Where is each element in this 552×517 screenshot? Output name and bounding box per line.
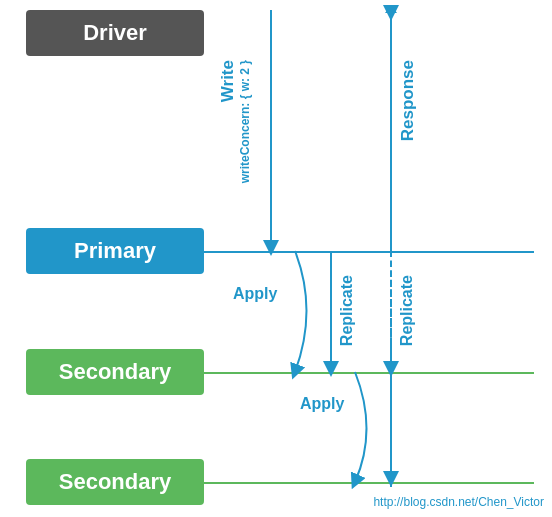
- apply1-label: Apply: [233, 285, 277, 303]
- secondary2-label: Secondary: [59, 469, 172, 495]
- watermark: http://blog.csdn.net/Chen_Victor: [373, 495, 544, 509]
- primary-hline: [204, 251, 534, 253]
- secondary1-label: Secondary: [59, 359, 172, 385]
- apply2-text: Apply: [300, 395, 344, 412]
- write-label: Write: [218, 60, 238, 102]
- secondary1-node: Secondary: [26, 349, 204, 395]
- driver-label: Driver: [83, 20, 147, 46]
- replicate1-vline: [330, 251, 332, 372]
- secondary2-node: Secondary: [26, 459, 204, 505]
- replicate1-text: Replicate: [338, 275, 355, 346]
- primary-node: Primary: [26, 228, 204, 274]
- response-vline: [390, 10, 392, 251]
- write-concern-text: writeConcern: { w: 2 }: [238, 60, 252, 183]
- write-concern-label: writeConcern: { w: 2 }: [238, 60, 252, 183]
- response-text: Response: [398, 60, 417, 141]
- replicate2-label: Replicate: [398, 275, 416, 346]
- continue-vline: [390, 372, 392, 487]
- secondary1-hline: [204, 372, 534, 374]
- replicate1-label: Replicate: [338, 275, 356, 346]
- write-vline: [270, 10, 272, 251]
- write-text: Write: [218, 60, 237, 102]
- apply1-text: Apply: [233, 285, 277, 302]
- apply2-label: Apply: [300, 395, 344, 413]
- diagram-container: Driver Primary Secondary Secondary: [0, 0, 552, 517]
- replicate-dashed-vline: [390, 251, 392, 372]
- secondary2-hline: [204, 482, 534, 484]
- replicate2-text: Replicate: [398, 275, 415, 346]
- response-label: Response: [398, 60, 418, 141]
- watermark-text: http://blog.csdn.net/Chen_Victor: [373, 495, 544, 509]
- primary-label: Primary: [74, 238, 156, 264]
- driver-node: Driver: [26, 10, 204, 56]
